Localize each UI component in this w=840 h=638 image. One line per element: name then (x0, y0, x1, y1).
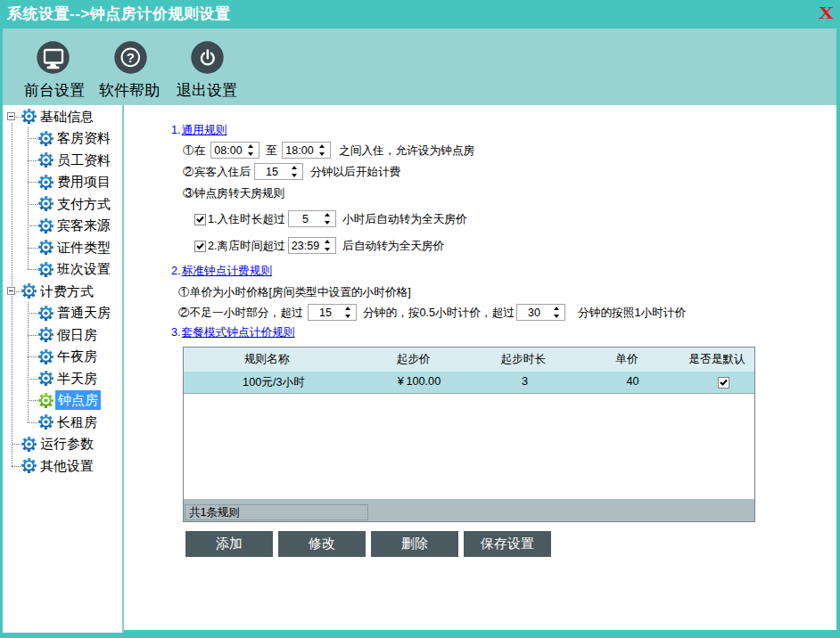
svg-text:?: ? (126, 50, 134, 65)
